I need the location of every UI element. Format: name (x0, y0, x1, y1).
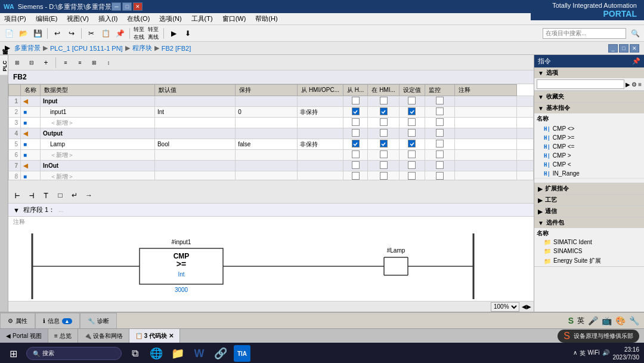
menu-tools[interactable]: 工具(T) (190, 14, 215, 24)
row-hmi3-7[interactable] (399, 171, 425, 180)
row-name-6[interactable]: InOut (41, 161, 155, 171)
bc-root[interactable]: 多重背景 (14, 44, 41, 53)
sys-icon-lang[interactable]: 英 (580, 349, 586, 358)
compile-btn[interactable]: ▶ (167, 27, 180, 40)
status-icon1[interactable]: 英 (577, 316, 584, 326)
tb-add-row[interactable]: + (39, 56, 52, 69)
tab-code-blocks[interactable]: 📋 3 代码块 ✕ (129, 329, 180, 343)
filter-search-icon[interactable]: ▶ (626, 81, 630, 88)
row-hmi3-5[interactable] (399, 150, 425, 161)
row-hmi1-3[interactable] (343, 128, 368, 139)
app-icon-network[interactable]: 🔗 (212, 345, 229, 362)
simatic-ident-item[interactable]: 📁 SIMATIC Ident (534, 238, 644, 247)
row-hmi2-0[interactable] (368, 96, 399, 107)
redo-btn[interactable]: ↪ (65, 27, 78, 40)
bc-fb2[interactable]: FB2 [FB2] (162, 45, 191, 52)
instr-cmp-lt[interactable]: H| CMP < (534, 160, 644, 169)
instr-in-range[interactable]: H| IN_Range (534, 169, 644, 178)
menu-help[interactable]: 帮助(H) (253, 14, 279, 24)
row-hmi2-2[interactable] (368, 118, 399, 128)
menu-window[interactable]: 窗口(W) (221, 14, 248, 24)
row-setval-7[interactable] (425, 171, 454, 180)
instr-cmp-gt[interactable]: H| CMP > (534, 151, 644, 160)
row-hmi1-5[interactable] (343, 150, 368, 161)
filter-view-icon[interactable]: ≡ (638, 81, 642, 88)
status-icon5[interactable]: 🔧 (629, 316, 639, 325)
sinamics-item[interactable]: 📁 SINAMICS (534, 247, 644, 256)
row-name-7[interactable]: ＜新增＞ (41, 171, 155, 180)
app-icon-word[interactable]: W (191, 345, 208, 362)
status-icon2[interactable]: 🎤 (588, 316, 598, 325)
row-name-2[interactable]: ＜新增＞ (41, 118, 155, 128)
app-icon-explorer[interactable]: 📁 (169, 345, 186, 362)
row-name-5[interactable]: ＜新增＞ (41, 150, 155, 161)
go-online-btn[interactable]: 转至在线 (133, 27, 146, 40)
instr-cmp-ne[interactable]: H| CMP <> (534, 124, 644, 133)
row-name-4[interactable]: Lamp (41, 139, 155, 150)
tab-properties[interactable]: ⚙ 属性 (0, 313, 35, 328)
row-hmi1-6[interactable] (343, 161, 368, 171)
status-icon4[interactable]: 🎨 (615, 316, 626, 325)
minimize-button[interactable]: ─ (112, 2, 121, 11)
comm-header[interactable]: ▶ 通信 (534, 206, 644, 217)
row-hmi1-1[interactable] (343, 107, 368, 118)
copy-btn[interactable]: 📋 (99, 27, 112, 40)
go-offline-btn[interactable]: 转至离线 (147, 27, 160, 40)
expand-header[interactable]: ▶ 扩展指令 (534, 183, 644, 194)
prog-tb6[interactable]: → (82, 189, 95, 202)
bc-program[interactable]: 程序块 (132, 44, 152, 53)
row-hmi3-0[interactable] (399, 96, 425, 107)
row-setval-0[interactable] (425, 96, 454, 107)
tb-icon3[interactable]: ⊞ (88, 56, 101, 69)
h-scrollbar[interactable] (8, 180, 534, 187)
menu-view[interactable]: 视图(V) (65, 14, 91, 24)
zoom-select[interactable]: 100% 75% 150% (491, 302, 519, 312)
row-name-1[interactable]: input1 (41, 107, 155, 118)
row-hmi2-4[interactable] (368, 139, 399, 150)
taskview-btn[interactable]: ⧉ (126, 345, 143, 362)
energy-suite-item[interactable]: 📁 Energy Suite 扩展 (534, 256, 644, 266)
row-hmi2-1[interactable] (368, 107, 399, 118)
tb-icon2[interactable]: ≡ (73, 56, 86, 69)
prog-tb5[interactable]: ↵ (68, 189, 81, 202)
windows-start[interactable]: ⊞ (5, 345, 21, 362)
row-setval-4[interactable] (425, 139, 454, 150)
menu-online[interactable]: 在线(O) (125, 14, 151, 24)
project-search-input[interactable] (543, 28, 626, 39)
chat-label-area[interactable]: S 设备原理与维修俱乐部 (558, 330, 639, 343)
craft-header[interactable]: ▶ 工艺 (534, 195, 644, 205)
sys-icon-up[interactable]: ∧ (573, 349, 577, 358)
code-blocks-close[interactable]: ✕ (169, 333, 174, 339)
tab-overview[interactable]: ≡ 总览 (48, 329, 78, 343)
tb-collapse-all[interactable]: ⊟ (25, 56, 38, 69)
row-setval-5[interactable] (425, 150, 454, 161)
row-hmi3-4[interactable] (399, 139, 425, 150)
tb-expand-all[interactable]: ⊞ (11, 56, 24, 69)
search-btn[interactable]: 🔍 (628, 27, 642, 40)
row-hmi2-7[interactable] (368, 171, 399, 180)
new-btn[interactable]: 📄 (2, 27, 16, 40)
row-hmi1-2[interactable] (343, 118, 368, 128)
tb-icon4[interactable]: ↕ (102, 56, 115, 69)
row-setval-1[interactable] (425, 107, 454, 118)
row-name-3[interactable]: Output (41, 128, 155, 139)
open-btn[interactable]: 📂 (17, 27, 30, 40)
network-expand-icon[interactable]: ▼ (13, 207, 20, 214)
menu-insert[interactable]: 插入(I) (97, 14, 119, 24)
options-header[interactable]: ▼ 选项 (534, 67, 644, 78)
row-setval-2[interactable] (425, 118, 454, 128)
options-pkg-header[interactable]: ▼ 选件包 (534, 217, 644, 228)
save-btn[interactable]: 💾 (31, 27, 44, 40)
prog-tb2[interactable]: ⊣ (25, 189, 38, 202)
instr-cmp-ge[interactable]: H| CMP >= (534, 133, 644, 142)
row-hmi3-3[interactable] (399, 128, 425, 139)
zoom-scroll[interactable]: ◀▶ (522, 303, 531, 310)
row-setval-6[interactable] (425, 161, 454, 171)
editor-maximize[interactable]: □ (619, 44, 628, 53)
status-icon3[interactable]: 📺 (602, 316, 612, 325)
menu-edit[interactable]: 编辑(E) (34, 14, 60, 24)
row-hmi3-6[interactable] (399, 161, 425, 171)
editor-minimize[interactable]: _ (608, 44, 618, 53)
tab-diagnostics[interactable]: 🔧 诊断 (80, 313, 117, 328)
row-hmi2-3[interactable] (368, 128, 399, 139)
